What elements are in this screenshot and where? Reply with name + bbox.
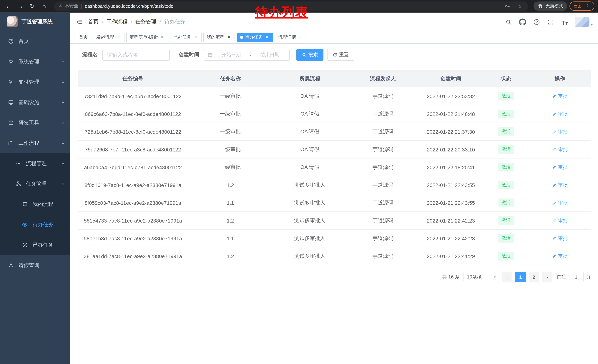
tab-todo-tasks[interactable]: 待办任务 × <box>237 32 273 42</box>
app-logo[interactable]: 芋道管理系统 <box>0 13 70 31</box>
cell-time: 2022-01-21 22:43:55 <box>419 194 483 211</box>
sidebar-item-done-tasks[interactable]: 已办任务 <box>0 235 70 255</box>
cell-task-id: 73211d9d-7b9b-11ec-b5b7-acde48001122 <box>78 87 188 105</box>
breadcrumb-workflow[interactable]: 工作流程 <box>107 18 127 25</box>
not-secure-warning[interactable]: ⚠ 不安全 <box>58 3 78 9</box>
close-tab-icon[interactable]: × <box>226 35 232 40</box>
approve-link[interactable]: 审批 <box>552 146 568 153</box>
bookmark-star-icon[interactable]: ☆ <box>516 2 524 10</box>
close-tab-icon[interactable]: × <box>193 35 198 40</box>
font-size-icon[interactable]: TT <box>561 18 569 26</box>
password-key-icon[interactable] <box>503 2 511 10</box>
prev-page-button[interactable]: ‹ <box>502 272 512 282</box>
close-tab-icon[interactable]: × <box>160 35 165 40</box>
cell-task-id: 8f059c03-7ac8-11ec-a9e2-a2380e71991a <box>78 194 188 211</box>
browser-update-button[interactable]: 更新 ⋮ <box>569 1 594 11</box>
incognito-label: 无痕模式 <box>545 3 563 9</box>
toolbox-icon <box>8 120 14 126</box>
sidebar-collapse-icon[interactable] <box>70 13 88 31</box>
browser-reload-icon[interactable]: ↻ <box>27 1 37 11</box>
browser-home-icon[interactable]: ⌂ <box>39 1 49 11</box>
approve-link[interactable]: 审批 <box>552 253 568 259</box>
sidebar-item-infrastructure[interactable]: 基础设施 <box>0 92 70 113</box>
process-name-label: 流程名 <box>82 51 98 58</box>
approve-link[interactable]: 审批 <box>552 199 568 206</box>
cell-task-name: 一级审批 <box>188 141 273 158</box>
dashboard-icon <box>8 39 14 44</box>
approve-link[interactable]: 审批 <box>552 111 568 117</box>
sidebar-item-devtools[interactable]: 研发工具 <box>0 113 70 133</box>
edit-icon <box>552 129 556 134</box>
column-header-task-name: 任务名称 <box>188 70 273 87</box>
approve-link[interactable]: 审批 <box>552 128 568 135</box>
browser-menu-icon[interactable]: ⋮ <box>585 3 590 9</box>
edit-icon <box>552 165 556 170</box>
edit-icon <box>552 254 556 258</box>
sidebar-item-system[interactable]: 系统管理 <box>0 51 70 72</box>
page-size-select[interactable]: 10条/页 ▾ <box>464 272 499 282</box>
search-button[interactable]: 搜索 <box>296 49 324 61</box>
help-icon[interactable]: ? <box>533 18 541 26</box>
approve-link[interactable]: 审批 <box>552 235 568 242</box>
sidebar-item-process-management[interactable]: 流程管理 <box>0 153 70 174</box>
todo-task-page: 流程名 创建时间 开始日期 - 结束日期 <box>70 44 598 364</box>
cell-initiator: 芋道源码 <box>347 141 419 158</box>
fullscreen-icon[interactable] <box>547 18 555 26</box>
tab-home[interactable]: 首页 <box>75 32 91 42</box>
approve-link[interactable]: 审批 <box>552 182 568 188</box>
reset-button[interactable]: 重置 <box>327 49 354 61</box>
next-page-button[interactable]: › <box>542 272 552 282</box>
page-button-1[interactable]: 1 <box>515 272 526 282</box>
user-avatar[interactable]: ▾ <box>575 17 593 27</box>
sidebar-item-my-processes[interactable]: 我的流程 <box>0 194 70 214</box>
search-icon[interactable] <box>505 18 513 26</box>
cell-time: 2022-01-21 22:43:55 <box>419 176 483 194</box>
cell-initiator: 芋道源码 <box>347 194 419 211</box>
tab-my-processes[interactable]: 我的流程 × <box>203 32 235 42</box>
cell-initiator: 芋道源码 <box>347 230 419 247</box>
table-body: 73211d9d-7b9b-11ec-b5b7-acde48001122 一级审… <box>78 87 590 265</box>
edit-icon <box>552 201 556 205</box>
close-tab-icon[interactable]: × <box>265 35 270 40</box>
date-range-picker[interactable]: 开始日期 - 结束日期 <box>204 49 290 61</box>
page-button-2[interactable]: 2 <box>529 272 539 282</box>
chevron-up-icon <box>61 182 65 186</box>
cell-initiator: 芋道源码 <box>347 247 419 265</box>
close-tab-icon[interactable]: × <box>298 35 303 40</box>
github-icon[interactable] <box>519 18 527 26</box>
cell-initiator: 芋道源码 <box>347 87 419 105</box>
browser-forward-icon[interactable]: → <box>16 1 25 11</box>
edit-icon <box>552 147 556 152</box>
check-circle-icon <box>22 242 28 248</box>
monitor-icon <box>8 100 14 105</box>
close-tab-icon[interactable]: × <box>116 35 121 40</box>
approve-link[interactable]: 审批 <box>552 217 568 224</box>
table-row: 381aa1dd-7ac8-11ec-a9e2-a2380e71991a 1.2… <box>78 247 590 265</box>
screen: ← → ↻ ⌂ ⚠ 不安全 | dashboard.yudao.iocoder.… <box>0 0 598 364</box>
sidebar-item-home[interactable]: 首页 <box>0 31 70 51</box>
search-icon <box>302 53 307 57</box>
tab-process-detail[interactable]: 流程详情 × <box>275 32 307 42</box>
approve-link[interactable]: 审批 <box>552 93 568 99</box>
annotation-text: 待办列表 <box>255 4 308 21</box>
goto-page-input[interactable] <box>569 272 583 282</box>
breadcrumb-task-management[interactable]: 任务管理 <box>136 18 156 25</box>
cell-time: 2022-01-21 22:42:23 <box>419 212 483 229</box>
sidebar-item-leave-query[interactable]: 请假查询 <box>0 255 70 275</box>
tab-done-tasks[interactable]: 已办任务 × <box>170 32 201 42</box>
sidebar-item-payment[interactable]: ¥ 支付管理 <box>0 72 70 92</box>
process-name-input[interactable] <box>102 49 170 61</box>
cell-time: 2022-01-22 23:53:32 <box>419 87 483 105</box>
app-title: 芋道管理系统 <box>22 18 53 25</box>
sidebar-item-workflow[interactable]: 工作流程 <box>0 133 70 153</box>
tab-process-form-edit[interactable]: 流程表单-编辑 × <box>126 32 168 42</box>
status-badge: 激活 <box>498 252 514 260</box>
column-header-initiator: 流程发起人 <box>347 70 419 87</box>
sidebar-item-task-management[interactable]: 任务管理 <box>0 174 70 194</box>
sidebar-item-todo-tasks[interactable]: 待办任务 <box>0 214 70 235</box>
browser-back-icon[interactable]: ← <box>4 1 13 11</box>
approve-link[interactable]: 审批 <box>552 164 568 170</box>
tab-start-process[interactable]: 发起流程 × <box>93 32 125 42</box>
column-header-time: 创建时间 <box>419 70 483 87</box>
breadcrumb-home[interactable]: 首页 <box>88 18 99 25</box>
